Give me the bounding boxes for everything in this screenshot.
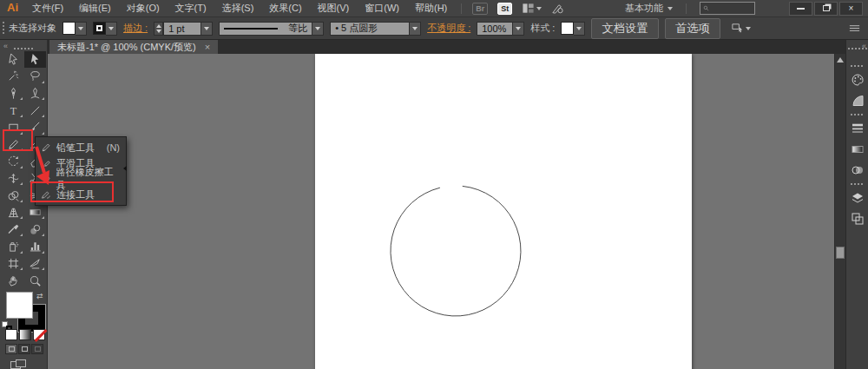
minimize-button[interactable]	[789, 2, 812, 16]
menu-item-6[interactable]: 视图(V)	[310, 0, 358, 16]
panel-menu-icon[interactable]	[848, 22, 861, 35]
search-input[interactable]	[712, 3, 752, 13]
canvas[interactable]	[48, 54, 834, 369]
bridge-button[interactable]: Br	[472, 3, 488, 15]
tab-close-icon[interactable]: ×	[205, 43, 210, 52]
curvature-tool[interactable]	[24, 85, 46, 102]
perspective-grid-tool[interactable]	[3, 204, 24, 221]
style-dropdown[interactable]	[574, 22, 585, 36]
transparency-panel-button[interactable]	[846, 160, 868, 181]
stroke-weight-control[interactable]: 1 pt	[154, 22, 213, 36]
symbol-sprayer-tool[interactable]	[3, 238, 24, 255]
line-segment-tool[interactable]	[24, 102, 46, 119]
stroke-color-control[interactable]	[93, 22, 117, 36]
artboard-tool[interactable]	[3, 255, 24, 273]
fill-dropdown-button[interactable]	[76, 22, 87, 36]
menu-item-3[interactable]: 文字(T)	[168, 0, 214, 16]
slice-tool[interactable]	[24, 255, 46, 273]
stock-button[interactable]: St	[497, 3, 512, 15]
opacity-control[interactable]: 100%	[477, 22, 524, 36]
restore-button[interactable]	[814, 2, 838, 16]
column-graph-tool[interactable]	[24, 238, 46, 255]
menu-item-1[interactable]: 编辑(E)	[71, 0, 119, 16]
color-button[interactable]	[5, 329, 17, 340]
workspace-switcher[interactable]: 基本功能	[618, 2, 680, 15]
document-setup-button[interactable]: 文档设置	[591, 18, 658, 39]
menu-item-7[interactable]: 窗口(W)	[357, 0, 407, 16]
gradient-panel-button[interactable]	[846, 139, 868, 160]
scroll-up-icon[interactable]	[837, 57, 844, 63]
selection-tool[interactable]	[24, 51, 46, 69]
style-swatch[interactable]	[561, 22, 574, 35]
menu-item-5[interactable]: 效果(C)	[261, 0, 309, 16]
zoom-tool[interactable]	[24, 272, 46, 289]
menu-item-0[interactable]: 文件(F)	[24, 0, 71, 16]
fill-color-control[interactable]	[62, 22, 87, 36]
color-guide-panel-button[interactable]	[846, 90, 868, 111]
stroke-weight-dropdown[interactable]	[201, 22, 213, 36]
width-profile-dropdown[interactable]	[312, 22, 324, 36]
swap-fill-stroke-icon[interactable]: ⇄	[36, 292, 43, 300]
style-control[interactable]	[561, 22, 585, 36]
panel-gripper[interactable]	[3, 22, 4, 36]
arrange-documents-button[interactable]	[522, 2, 542, 15]
stroke-ring-icon	[96, 25, 102, 31]
layers-panel-button[interactable]	[846, 188, 868, 208]
workspace-area: « T ⇄	[0, 40, 868, 369]
document-tab[interactable]: 未标题-1* @ 100% (CMYK/预览) ×	[49, 40, 218, 54]
blend-tool[interactable]	[24, 221, 46, 238]
none-button[interactable]	[33, 329, 45, 340]
hand-tool[interactable]	[3, 272, 24, 289]
preferences-button[interactable]: 首选项	[665, 18, 720, 39]
panel-gripper[interactable]	[14, 48, 33, 49]
stroke-panel-button[interactable]	[846, 118, 868, 139]
opacity-label[interactable]: 不透明度 :	[427, 22, 470, 35]
color-panel-button[interactable]	[846, 69, 868, 90]
eyedropper-tool[interactable]	[3, 221, 24, 238]
brush-definition-value[interactable]: • 5 点圆形	[330, 22, 410, 36]
stroke-swatch[interactable]	[93, 22, 106, 35]
opacity-dropdown[interactable]	[513, 22, 524, 36]
stroke-dropdown-button[interactable]	[106, 22, 117, 36]
draw-behind-button[interactable]	[18, 344, 30, 354]
scrollbar-thumb[interactable]	[836, 247, 845, 259]
vertical-scrollbar[interactable]	[834, 54, 845, 369]
close-button[interactable]: ×	[839, 2, 863, 16]
panel-gripper[interactable]	[848, 48, 867, 49]
draw-inside-button[interactable]	[31, 344, 43, 354]
magic-wand-tool[interactable]	[3, 68, 24, 85]
rotate-tool[interactable]	[3, 153, 24, 170]
lasso-tool[interactable]	[24, 68, 46, 85]
brush-definition-dropdown[interactable]	[410, 22, 421, 36]
width-tool[interactable]	[3, 170, 24, 188]
flyout-label: 铅笔工具	[56, 142, 95, 155]
shape-builder-tool[interactable]	[3, 187, 24, 204]
brush-definition-control[interactable]: • 5 点圆形	[330, 22, 421, 36]
fill-color-indicator[interactable]	[6, 292, 33, 319]
stroke-weight-label[interactable]: 描边 :	[123, 22, 148, 35]
draw-normal-button[interactable]	[5, 344, 17, 354]
menu-item-2[interactable]: 对象(O)	[119, 0, 168, 16]
open-circle-path[interactable]	[391, 186, 521, 316]
direct-selection-tool[interactable]	[3, 51, 24, 69]
artboard[interactable]	[315, 54, 692, 369]
collapse-panel-icon[interactable]: «	[3, 42, 7, 50]
gradient-button[interactable]	[19, 329, 31, 340]
fill-swatch[interactable]	[62, 22, 76, 35]
menu-item-8[interactable]: 帮助(H)	[407, 0, 455, 16]
search-box[interactable]	[700, 2, 755, 15]
stroke-weight-stepper[interactable]	[154, 22, 163, 36]
screen-mode-button[interactable]	[10, 359, 26, 369]
gradient-tool[interactable]	[24, 204, 46, 221]
touch-workspace-button[interactable]	[551, 2, 564, 15]
menu-item-4[interactable]: 选择(S)	[214, 0, 262, 16]
width-profile-field[interactable]: 等比	[219, 22, 312, 36]
stroke-weight-value[interactable]: 1 pt	[163, 22, 201, 36]
opacity-value[interactable]: 100%	[477, 22, 513, 36]
annotation-arrow	[31, 144, 56, 188]
type-tool[interactable]: T	[3, 102, 24, 119]
artboards-panel-button[interactable]	[846, 208, 868, 229]
pen-tool[interactable]	[3, 85, 24, 102]
extras-control[interactable]	[731, 22, 751, 35]
variable-width-profile-control[interactable]: 等比	[219, 22, 324, 36]
